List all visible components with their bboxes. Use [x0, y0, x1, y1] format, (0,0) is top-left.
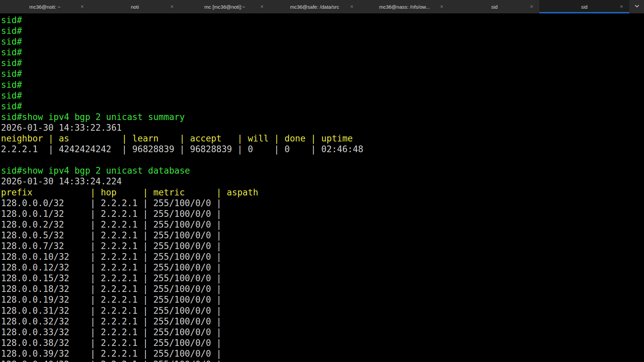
- terminal-line: [1, 155, 644, 165]
- terminal-line: 128.0.0.2/32 | 2.2.2.1 | 255/100/0/0 |: [1, 219, 644, 230]
- terminal-line: sid#: [1, 101, 644, 112]
- tab-label: mc [mc36@noti]:~: [204, 4, 245, 10]
- close-icon[interactable]: ×: [619, 4, 625, 10]
- terminal-line: sid#: [1, 25, 644, 36]
- close-icon[interactable]: ×: [439, 4, 445, 10]
- terminal-line: 128.0.0.38/32 | 2.2.2.1 | 255/100/0/0 |: [1, 338, 644, 348]
- terminal-line: sid#: [1, 90, 644, 101]
- close-icon[interactable]: ×: [259, 4, 265, 10]
- terminal-line: 128.0.0.33/32 | 2.2.2.1 | 255/100/0/0 |: [1, 327, 644, 338]
- tab-mc36-nass[interactable]: mc36@nass: /nfs/ow... ×: [360, 0, 449, 13]
- terminal-line: 2.2.2.1 | 4242424242 | 96828839 | 968288…: [1, 144, 644, 155]
- terminal-line: 128.0.0.1/32 | 2.2.2.1 | 255/100/0/0 |: [1, 208, 644, 219]
- tab-bar: mc36@noti: ~ × noti × mc [mc36@noti]:~ ×…: [0, 0, 644, 13]
- terminal-line: 128.0.0.40/32 | 2.2.2.1 | 255/100/0/0 |: [1, 359, 644, 362]
- tab-mc36-noti[interactable]: mc36@noti: ~ ×: [0, 0, 90, 13]
- close-icon[interactable]: ×: [529, 4, 535, 10]
- terminal-line: sid#: [1, 79, 644, 90]
- terminal-line: 128.0.0.18/32 | 2.2.2.1 | 255/100/0/0 |: [1, 284, 644, 294]
- chevron-down-icon: [634, 3, 640, 10]
- tab-label: mc36@noti: ~: [29, 4, 60, 10]
- terminal-line: 128.0.0.12/32 | 2.2.2.1 | 255/100/0/0 |: [1, 262, 644, 273]
- terminal-viewport[interactable]: sid#sid#sid#sid#sid#sid#sid#sid#sid#sid#…: [0, 13, 644, 362]
- terminal-line: sid#: [1, 15, 644, 25]
- terminal-line: 128.0.0.7/32 | 2.2.2.1 | 255/100/0/0 |: [1, 241, 644, 251]
- terminal-line: sid#show ipv4 bgp 2 unicast summary: [1, 112, 644, 122]
- close-icon[interactable]: ×: [349, 4, 355, 10]
- tab-sid-1[interactable]: sid ×: [449, 0, 539, 13]
- terminal-line: 128.0.0.31/32 | 2.2.2.1 | 255/100/0/0 |: [1, 305, 644, 316]
- terminal-line: prefix | hop | metric | aspath: [1, 187, 644, 198]
- terminal-line: 128.0.0.15/32 | 2.2.2.1 | 255/100/0/0 |: [1, 273, 644, 284]
- terminal-line: neighbor | as | learn | accept | will | …: [1, 133, 644, 144]
- tab-noti[interactable]: noti ×: [90, 0, 180, 13]
- terminal-line: 2026-01-30 14:33:24.224: [1, 176, 644, 187]
- tab-mc36-safe[interactable]: mc36@safe: /data/src ×: [270, 0, 360, 13]
- terminal-line: 128.0.0.0/32 | 2.2.2.1 | 255/100/0/0 |: [1, 198, 644, 208]
- terminal-line: sid#: [1, 58, 644, 68]
- tab-label: mc36@safe: /data/src: [290, 4, 339, 10]
- tab-list-dropdown-button[interactable]: [629, 0, 644, 13]
- terminal-line: 128.0.0.10/32 | 2.2.2.1 | 255/100/0/0 |: [1, 251, 644, 262]
- tab-sid-2-active[interactable]: sid ×: [539, 0, 629, 13]
- terminal-line: 128.0.0.39/32 | 2.2.2.1 | 255/100/0/0 |: [1, 348, 644, 359]
- tab-label: sid: [581, 4, 587, 10]
- close-icon[interactable]: ×: [79, 4, 85, 10]
- terminal-line: 128.0.0.5/32 | 2.2.2.1 | 255/100/0/0 |: [1, 230, 644, 241]
- terminal-line: sid#: [1, 47, 644, 58]
- terminal-line: sid#show ipv4 bgp 2 unicast database: [1, 165, 644, 176]
- terminal-line: 128.0.0.32/32 | 2.2.2.1 | 255/100/0/0 |: [1, 316, 644, 327]
- terminal-line: sid#: [1, 36, 644, 47]
- close-icon[interactable]: ×: [169, 4, 175, 10]
- tab-label: noti: [131, 4, 139, 10]
- terminal-line: 2026-01-30 14:33:22.361: [1, 122, 644, 133]
- tab-mc-mc36-noti[interactable]: mc [mc36@noti]:~ ×: [180, 0, 270, 13]
- terminal-line: sid#: [1, 68, 644, 79]
- terminal-line: 128.0.0.19/32 | 2.2.2.1 | 255/100/0/0 |: [1, 294, 644, 305]
- tab-label: mc36@nass: /nfs/ow...: [379, 4, 430, 10]
- terminal-output: sid#sid#sid#sid#sid#sid#sid#sid#sid#sid#…: [0, 13, 644, 362]
- tab-label: sid: [491, 4, 497, 10]
